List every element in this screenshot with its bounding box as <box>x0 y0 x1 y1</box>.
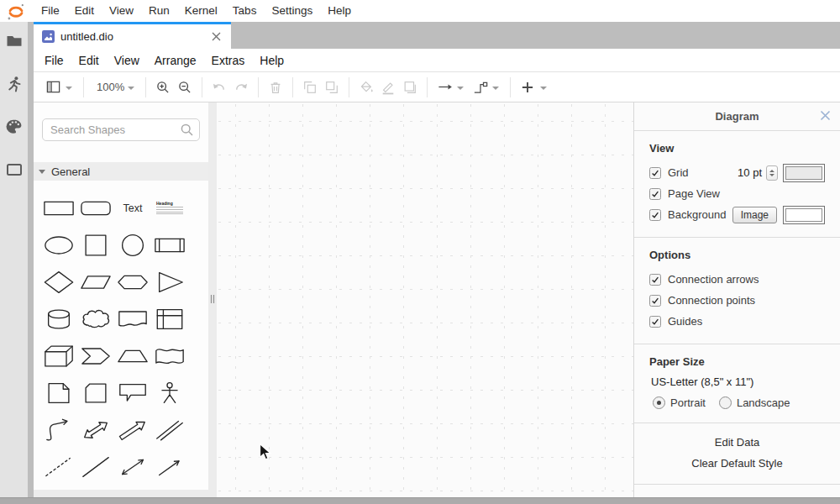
jl-menu-edit[interactable]: Edit <box>67 0 102 22</box>
jl-menu-file[interactable]: File <box>34 0 67 22</box>
shape-parallelogram[interactable] <box>78 265 113 299</box>
background-label: Background <box>668 208 726 221</box>
shape-card[interactable] <box>78 376 113 410</box>
zoom-level-caret-icon[interactable] <box>128 87 134 90</box>
jl-menu-help[interactable]: Help <box>320 0 359 22</box>
panel-collapse-handle-icon[interactable] <box>210 294 215 304</box>
portrait-radio[interactable] <box>653 396 665 409</box>
connection-style-caret-icon[interactable] <box>457 87 464 90</box>
shape-textbox[interactable]: Heading <box>152 192 187 225</box>
file-browser-icon[interactable] <box>5 32 24 50</box>
shape-text[interactable]: Text <box>115 192 150 225</box>
shape-circle[interactable] <box>115 228 150 262</box>
shape-square[interactable] <box>78 228 113 262</box>
command-palette-icon[interactable] <box>5 118 24 136</box>
shape-ellipse[interactable] <box>41 228 76 262</box>
clear-default-style-link[interactable]: Clear Default Style <box>634 453 840 474</box>
tab-untitled-dio[interactable]: untitled.dio <box>34 22 231 49</box>
shape-bidirectional-connector[interactable] <box>115 450 150 484</box>
shape-cloud[interactable] <box>78 302 113 336</box>
landscape-radio[interactable] <box>719 396 732 409</box>
diagram-file-icon <box>42 30 55 43</box>
shape-rectangle[interactable] <box>41 192 76 225</box>
redo-button[interactable] <box>230 76 252 98</box>
zoom-level-dropdown[interactable]: 100% <box>90 76 126 98</box>
shape-cylinder[interactable] <box>41 302 76 336</box>
shape-trapezoid[interactable] <box>115 339 150 373</box>
shape-callout[interactable] <box>115 376 150 410</box>
shape-diamond[interactable] <box>41 265 76 299</box>
shape-process[interactable] <box>152 228 187 262</box>
shape-tape[interactable] <box>152 339 187 373</box>
background-image-button[interactable]: Image <box>732 207 777 223</box>
shape-curve[interactable] <box>41 413 76 447</box>
grid-checkbox[interactable] <box>649 167 661 179</box>
waypoint-style-button[interactable] <box>469 76 491 98</box>
dio-menu-extras[interactable]: Extras <box>204 50 253 71</box>
shape-dashed-line[interactable] <box>41 450 76 484</box>
shape-actor[interactable] <box>152 376 187 410</box>
view-panels-caret-icon[interactable] <box>66 87 72 90</box>
shapes-section-general[interactable]: General <box>34 162 208 181</box>
jl-menu-tabs[interactable]: Tabs <box>225 0 265 22</box>
running-sessions-icon[interactable] <box>5 75 24 93</box>
shape-document[interactable] <box>115 302 150 336</box>
landscape-label: Landscape <box>737 396 790 409</box>
connection-style-button[interactable] <box>433 76 455 98</box>
grid-size-value[interactable]: 10 pt <box>738 166 762 179</box>
shape-link[interactable] <box>152 413 187 447</box>
edit-data-link[interactable]: Edit Data <box>634 432 840 453</box>
undo-button[interactable] <box>208 76 230 98</box>
dio-menu-help[interactable]: Help <box>252 50 291 71</box>
to-back-button[interactable] <box>321 76 343 98</box>
diagram-canvas[interactable] <box>217 102 633 498</box>
shape-rounded-rectangle[interactable] <box>78 192 113 225</box>
shape-step[interactable] <box>78 339 113 373</box>
open-tabs-icon[interactable] <box>5 160 24 179</box>
guides-checkbox[interactable] <box>649 316 661 328</box>
shadow-button[interactable] <box>399 76 421 98</box>
zoom-out-button[interactable] <box>174 76 196 98</box>
jupyterlab-menubar: File Edit View Run Kernel Tabs Settings … <box>0 0 840 22</box>
dio-menu-file[interactable]: File <box>37 50 71 71</box>
zoom-in-button[interactable] <box>152 76 174 98</box>
delete-button[interactable] <box>265 76 286 98</box>
shape-directional-connector[interactable] <box>152 450 187 484</box>
format-panel-close-icon[interactable] <box>820 110 831 121</box>
to-front-button[interactable] <box>299 76 321 98</box>
connection-arrows-checkbox[interactable] <box>649 274 661 286</box>
jl-menu-view[interactable]: View <box>102 0 141 22</box>
line-color-button[interactable] <box>377 76 399 98</box>
paper-size-select[interactable]: US-Letter (8,5" x 11") <box>651 375 825 388</box>
view-section: View Grid 10 pt <box>634 131 840 238</box>
shape-bidirectional-arrow[interactable] <box>78 413 113 447</box>
grid-size-stepper[interactable] <box>766 165 778 181</box>
insert-button[interactable] <box>517 76 538 98</box>
search-icon <box>180 123 194 137</box>
panel-resize-gutter[interactable] <box>208 102 217 498</box>
shape-internal-storage[interactable] <box>152 302 187 336</box>
jl-menu-run[interactable]: Run <box>141 0 177 22</box>
dio-menu-edit[interactable]: Edit <box>71 50 107 71</box>
grid-color-swatch[interactable] <box>783 164 825 182</box>
shape-cube[interactable] <box>41 339 76 373</box>
jl-menu-settings[interactable]: Settings <box>264 0 320 22</box>
waypoint-style-caret-icon[interactable] <box>492 87 499 90</box>
shape-line[interactable] <box>78 450 113 484</box>
tab-close-icon[interactable] <box>209 30 223 44</box>
fill-color-button[interactable] <box>355 76 377 98</box>
search-shapes-input[interactable] <box>42 118 200 141</box>
dio-menu-arrange[interactable]: Arrange <box>147 50 204 71</box>
view-panels-button[interactable] <box>42 76 64 98</box>
insert-caret-icon[interactable] <box>540 87 547 90</box>
shape-hexagon[interactable] <box>115 265 150 299</box>
background-checkbox[interactable] <box>649 209 661 221</box>
shape-arrow[interactable] <box>115 413 150 447</box>
shape-note[interactable] <box>41 376 76 410</box>
page-view-checkbox[interactable] <box>649 188 661 200</box>
jl-menu-kernel[interactable]: Kernel <box>177 0 225 22</box>
connection-points-checkbox[interactable] <box>649 295 661 307</box>
dio-menu-view[interactable]: View <box>107 50 147 71</box>
background-color-swatch[interactable] <box>783 206 825 224</box>
shape-triangle[interactable] <box>152 265 187 299</box>
